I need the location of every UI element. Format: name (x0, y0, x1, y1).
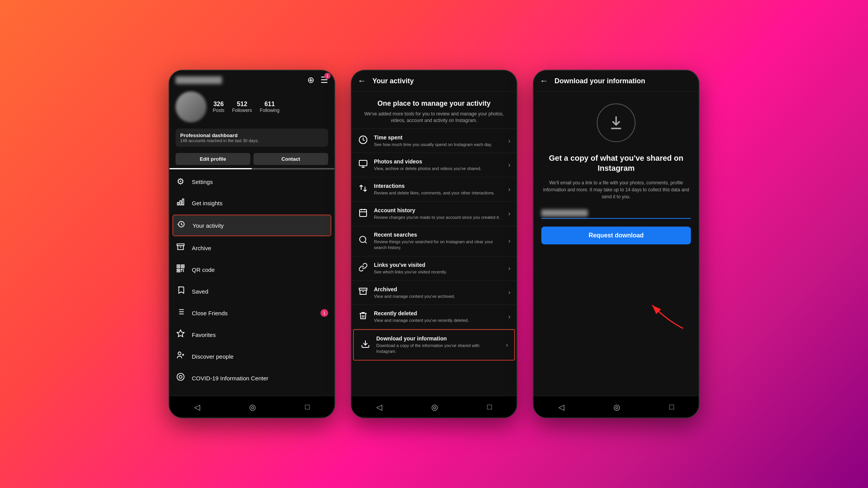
tab-tagged[interactable] (252, 168, 334, 169)
activity-item-recently-deleted[interactable]: Recently deleted View and manage content… (351, 305, 517, 329)
recents-button[interactable]: □ (305, 402, 310, 411)
edit-profile-button[interactable]: Edit profile (176, 153, 250, 165)
discover-people-label: Discover people (192, 353, 328, 360)
posts-stat: 326 Posts (213, 101, 224, 113)
time-spent-sub: See how much time you usually spend on I… (374, 142, 503, 148)
activity-item-recent-searches[interactable]: Recent searches Review things you've sea… (351, 226, 517, 256)
photos-videos-text: Photos and videos View, archive or delet… (374, 158, 503, 172)
tab-grid[interactable] (169, 168, 252, 169)
discover-people-icon (176, 351, 186, 362)
account-history-text: Account history Review changes you've ma… (374, 207, 503, 220)
svg-rect-7 (183, 266, 183, 267)
sidebar-item-settings[interactable]: ⚙ Settings (169, 171, 334, 192)
photos-videos-sub: View, archive or delete photos and video… (374, 166, 503, 172)
sidebar-item-qr-code[interactable]: QR code (169, 259, 334, 280)
svg-point-20 (179, 375, 182, 378)
svg-rect-1 (180, 201, 181, 205)
photos-videos-icon (358, 159, 369, 171)
svg-marker-15 (177, 330, 184, 337)
back-button-3[interactable]: ◁ (558, 402, 564, 412)
back-arrow-icon[interactable]: ← (358, 76, 366, 86)
sidebar-item-favorites[interactable]: Favorites (169, 324, 334, 345)
activity-item-account-history[interactable]: Account history Review changes you've ma… (351, 202, 517, 226)
add-post-icon[interactable]: ⊕ (307, 75, 314, 85)
qr-code-icon (176, 264, 186, 275)
activity-item-links-visited[interactable]: Links you've visited See which links you… (351, 256, 517, 281)
back-arrow-icon-3[interactable]: ← (540, 76, 548, 86)
chevron-right-icon: › (508, 265, 510, 272)
recents-button-2[interactable]: □ (487, 402, 492, 411)
saved-label: Saved (192, 288, 328, 295)
email-input-container (541, 210, 691, 219)
sidebar-item-covid[interactable]: COVID-19 Information Center (169, 367, 334, 389)
home-button[interactable]: ◎ (249, 402, 256, 412)
favorites-icon (176, 329, 186, 340)
close-friends-label: Close Friends (192, 310, 314, 316)
sidebar-item-discover-people[interactable]: Discover people (169, 345, 334, 367)
recently-deleted-title: Recently deleted (374, 310, 503, 316)
get-insights-label: Get insights (192, 200, 328, 206)
sidebar-item-archive[interactable]: Archive (169, 237, 334, 259)
username-blur (176, 76, 222, 84)
home-button-2[interactable]: ◎ (431, 402, 438, 412)
svg-rect-6 (178, 266, 179, 267)
saved-icon (176, 286, 186, 297)
sidebar-item-saved[interactable]: Saved (169, 280, 334, 302)
sidebar-item-get-insights[interactable]: Get insights (169, 192, 334, 214)
activity-item-time-spent[interactable]: Time spent See how much time you usually… (351, 129, 517, 153)
activity-item-download-info[interactable]: Download your information Download a cop… (353, 329, 515, 361)
archive-icon (176, 242, 186, 253)
chevron-right-icon: › (508, 210, 510, 217)
svg-rect-22 (359, 160, 367, 166)
activity-item-interactions[interactable]: Interactions Review and delete likes, co… (351, 177, 517, 202)
download-info-text: Download your information Download a cop… (376, 335, 501, 354)
covid-label: COVID-19 Information Center (192, 375, 328, 381)
back-button[interactable]: ◁ (194, 402, 200, 412)
chevron-right-icon: › (508, 186, 510, 193)
archived-icon (358, 287, 369, 298)
settings-label: Settings (192, 179, 328, 185)
links-visited-title: Links you've visited (374, 262, 503, 268)
account-history-sub: Review changes you've made to your accou… (374, 215, 503, 220)
archived-title: Archived (374, 286, 503, 292)
chevron-right-icon: › (508, 162, 510, 168)
activity-item-archived[interactable]: Archived View and manage content you've … (351, 281, 517, 305)
sidebar-item-close-friends[interactable]: Close Friends 1 (169, 302, 334, 324)
phone-2-frame: ← Your activity One place to manage your… (351, 70, 517, 418)
profile-section: 326 Posts 512 Followers 611 Following (169, 88, 334, 125)
interactions-sub: Review and delete likes, comments, and y… (374, 190, 503, 196)
back-button-2[interactable]: ◁ (376, 402, 382, 412)
download-info-sub: Download a copy of the information you'v… (376, 343, 501, 354)
activity-hero-sub: We've added more tools for you to review… (358, 111, 510, 124)
recently-deleted-icon (358, 311, 369, 323)
posts-label: Posts (213, 108, 224, 113)
chevron-right-icon: › (508, 289, 510, 296)
posts-count: 326 (214, 101, 224, 108)
phone1-header: ⊕ ☰ 1 (169, 70, 334, 88)
interactions-title: Interactions (374, 183, 503, 189)
download-main-title: Get a copy of what you've shared on Inst… (541, 153, 691, 173)
prof-title: Professional dashboard (180, 132, 324, 138)
prof-sub: 148 accounts reached in the last 30 days… (180, 138, 324, 143)
profile-buttons: Edit profile Contact (176, 153, 328, 165)
hamburger-menu-icon[interactable]: ☰ 1 (320, 75, 328, 85)
home-button-3[interactable]: ◎ (613, 402, 620, 412)
annotation-arrow (637, 297, 691, 332)
professional-dashboard[interactable]: Professional dashboard 148 accounts reac… (176, 129, 328, 147)
recents-button-3[interactable]: □ (669, 402, 674, 411)
sidebar-item-your-activity[interactable]: Your activity (172, 215, 331, 236)
activity-item-photos-videos[interactable]: Photos and videos View, archive or delet… (351, 153, 517, 177)
followers-label: Followers (232, 108, 252, 113)
contact-button[interactable]: Contact (253, 153, 328, 165)
request-download-button[interactable]: Request download (541, 227, 691, 244)
tab-bar (169, 168, 334, 170)
activity-hero: One place to manage your activity We've … (351, 92, 517, 129)
svg-point-27 (360, 236, 366, 242)
following-count: 611 (264, 101, 275, 108)
header-icons: ⊕ ☰ 1 (307, 75, 328, 85)
close-friends-badge: 1 (320, 309, 328, 317)
recent-searches-sub: Review things you've searched for on Ins… (374, 239, 503, 251)
phone-1-frame: ⊕ ☰ 1 326 Posts 512 Followers (169, 70, 335, 418)
your-activity-label: Your activity (193, 222, 327, 229)
following-stat: 611 Following (260, 101, 279, 113)
